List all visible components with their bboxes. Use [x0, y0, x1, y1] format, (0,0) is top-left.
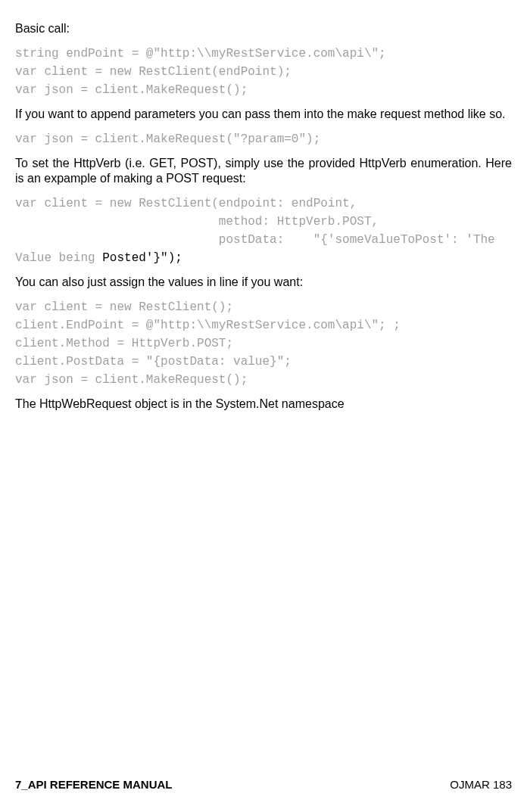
text-namespace: The HttpWebRequest object is in the Syst… [15, 397, 512, 412]
footer-right: OJMAR 183 [450, 778, 512, 791]
code-block-3: var client = new RestClient(endpoint: en… [15, 194, 512, 267]
code-line: var client = new RestClient(endpoint: en… [15, 197, 357, 210]
text-assign-inline: You can also just assign the values in l… [15, 275, 512, 291]
code-line-part-grey: postData: "{'someValueToPost': 'The Valu… [15, 233, 502, 265]
text-basic-call: Basic call: [15, 21, 512, 37]
page-content: Basic call: string endPoint = @"http:\\m… [0, 0, 527, 412]
code-line-part-black: Posted'}"); [102, 251, 182, 265]
page-footer: 7_API REFERENCE MANUAL OJMAR 183 [15, 778, 512, 791]
code-block-4: var client = new RestClient(); client.En… [15, 298, 512, 389]
code-block-1: string endPoint = @"http:\\myRestService… [15, 45, 512, 99]
footer-left: 7_API REFERENCE MANUAL [15, 778, 173, 791]
text-httpverb: To set the HttpVerb (i.e. GET, POST), si… [15, 156, 512, 188]
code-block-2: var json = client.MakeRequest("?param=0"… [15, 130, 512, 148]
code-line: method: HttpVerb.POST, [15, 215, 379, 229]
text-append-params: If you want to append parameters you can… [15, 107, 512, 123]
